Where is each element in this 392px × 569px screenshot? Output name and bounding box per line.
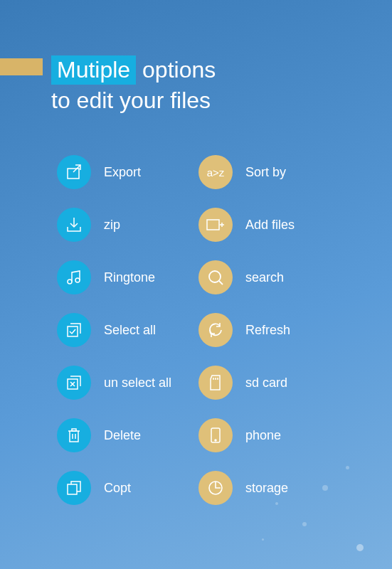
svg-point-2 (75, 278, 80, 282)
copy-icon (57, 471, 91, 505)
search-icon (198, 260, 233, 294)
option-sort-by[interactable]: a>z Sort by (198, 155, 295, 189)
option-label: storage (245, 481, 288, 496)
right-column: a>z Sort by Add files search (198, 155, 295, 505)
option-zip[interactable]: zip (57, 208, 171, 242)
option-label: Export (104, 165, 141, 180)
option-delete[interactable]: Delete (57, 418, 171, 452)
sd-card-icon (198, 366, 233, 400)
option-add-files[interactable]: Add files (198, 208, 295, 242)
option-storage[interactable]: storage (198, 471, 295, 505)
option-label: Select all (104, 323, 156, 338)
decor-dot (346, 466, 349, 469)
option-select-all[interactable]: Select all (57, 313, 171, 347)
title-rest1: options (136, 57, 216, 83)
select-all-icon (57, 313, 91, 347)
option-label: Ringtone (104, 270, 155, 285)
music-icon (57, 260, 91, 294)
option-label: Sort by (245, 165, 286, 180)
option-sd-card[interactable]: sd card (198, 366, 295, 400)
refresh-icon (198, 313, 233, 347)
decor-dot (322, 485, 328, 491)
option-label: Refresh (245, 323, 290, 338)
svg-point-7 (209, 271, 221, 282)
option-export[interactable]: Export (57, 155, 171, 189)
decor-dot (275, 502, 278, 505)
phone-icon (198, 418, 233, 452)
option-copy[interactable]: Copt (57, 471, 171, 505)
download-icon (57, 208, 91, 242)
svg-rect-6 (207, 220, 219, 230)
svg-point-9 (215, 440, 216, 441)
export-icon (57, 155, 91, 189)
option-label: sd card (245, 376, 287, 390)
title-highlight: Mutiple (51, 55, 136, 85)
svg-rect-0 (68, 169, 79, 179)
sort-icon: a>z (198, 155, 233, 189)
accent-bar (0, 58, 43, 75)
option-label: un select all (104, 376, 171, 390)
option-phone[interactable]: phone (198, 418, 295, 452)
option-label: Delete (104, 428, 141, 443)
unselect-all-icon (57, 366, 91, 400)
decor-dot (302, 522, 307, 526)
option-label: phone (245, 428, 281, 443)
trash-icon (57, 418, 91, 452)
add-folder-icon (198, 208, 233, 242)
svg-point-1 (68, 280, 72, 284)
decor-dot (356, 544, 364, 551)
option-label: search (245, 270, 284, 285)
option-label: Copt (104, 481, 131, 496)
left-column: Export zip Ringtone (57, 155, 171, 505)
option-label: Add files (245, 218, 295, 233)
option-ringtone[interactable]: Ringtone (57, 260, 171, 294)
option-label: zip (104, 218, 120, 233)
options-grid: Export zip Ringtone (57, 155, 295, 505)
option-refresh[interactable]: Refresh (198, 313, 295, 347)
option-unselect-all[interactable]: un select all (57, 366, 171, 400)
page-title: Mutiple options to edit your files (51, 55, 216, 114)
title-line2: to edit your files (51, 87, 216, 114)
storage-icon (198, 471, 233, 505)
option-search[interactable]: search (198, 260, 295, 294)
svg-rect-3 (68, 326, 78, 336)
svg-rect-5 (68, 484, 77, 494)
decor-dot (262, 538, 264, 541)
